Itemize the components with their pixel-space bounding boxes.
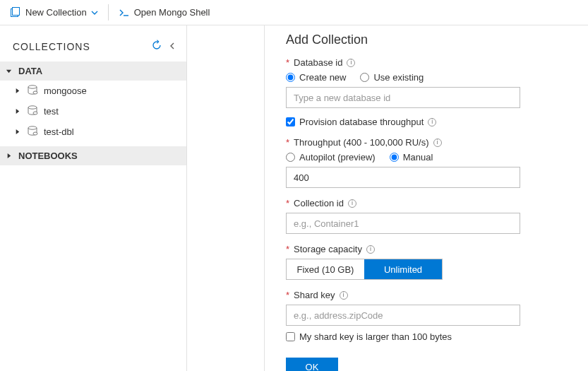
info-icon[interactable]: i bbox=[428, 118, 436, 126]
database-icon bbox=[27, 105, 38, 117]
svg-point-5 bbox=[28, 106, 37, 109]
radio-create-new[interactable]: Create new bbox=[286, 72, 346, 83]
ok-button[interactable]: OK bbox=[286, 358, 338, 371]
throughput-input[interactable] bbox=[286, 167, 520, 188]
content-gap bbox=[187, 25, 265, 371]
collection-id-label: * Collection id i bbox=[286, 198, 571, 208]
top-toolbar: New Collection Open Mongo Shell bbox=[0, 0, 588, 25]
section-notebooks-label: NOTEBOOKS bbox=[18, 151, 78, 161]
collapse-left-icon[interactable] bbox=[165, 40, 179, 54]
collection-icon bbox=[10, 7, 21, 18]
section-data-label: DATA bbox=[18, 66, 42, 76]
collections-title: COLLECTIONS bbox=[13, 41, 148, 52]
svg-point-6 bbox=[33, 112, 37, 114]
section-data[interactable]: DATA bbox=[0, 61, 186, 81]
tree-item-label: test-dbl bbox=[44, 126, 74, 137]
triangle-right-icon bbox=[14, 108, 21, 114]
sidebar-item-test-dbl[interactable]: test-dbl bbox=[0, 122, 186, 142]
open-shell-label: Open Mongo Shell bbox=[134, 7, 210, 18]
shard-key-label: * Shard key i bbox=[286, 290, 571, 300]
open-mongo-shell-button[interactable]: Open Mongo Shell bbox=[109, 0, 220, 25]
collection-id-input[interactable] bbox=[286, 213, 520, 234]
chevron-down-icon bbox=[91, 9, 98, 16]
database-icon bbox=[27, 85, 38, 97]
database-id-label: * Database id i bbox=[286, 57, 571, 68]
tree-item-label: test bbox=[44, 106, 59, 117]
info-icon[interactable]: i bbox=[348, 199, 356, 208]
radio-autopilot[interactable]: Autopilot (preview) bbox=[286, 152, 376, 163]
panel-title: Add Collection bbox=[286, 33, 571, 47]
svg-point-4 bbox=[33, 91, 37, 94]
checkbox-provision-throughput[interactable]: Provision database throughput i bbox=[286, 117, 436, 127]
new-collection-label: New Collection bbox=[25, 7, 87, 18]
section-notebooks[interactable]: NOTEBOOKS bbox=[0, 146, 186, 165]
checkbox-large-shard-key[interactable]: My shard key is larger than 100 bytes bbox=[286, 331, 452, 342]
database-id-input[interactable] bbox=[286, 87, 520, 108]
info-icon[interactable]: i bbox=[340, 291, 348, 300]
shell-icon bbox=[119, 7, 130, 18]
storage-toggle: Fixed (10 GB) Unlimited bbox=[286, 259, 443, 280]
refresh-icon[interactable] bbox=[148, 38, 165, 54]
svg-point-3 bbox=[28, 86, 37, 88]
storage-unlimited-option[interactable]: Unlimited bbox=[364, 259, 442, 279]
throughput-label: * Throughput (400 - 100,000 RU/s) i bbox=[286, 137, 571, 148]
triangle-right-icon bbox=[14, 88, 21, 94]
radio-manual[interactable]: Manual bbox=[390, 152, 433, 163]
new-collection-button[interactable]: New Collection bbox=[0, 0, 108, 25]
info-icon[interactable]: i bbox=[433, 139, 442, 147]
sidebar-item-mongoose[interactable]: mongoose bbox=[0, 81, 186, 101]
triangle-down-icon bbox=[6, 68, 13, 74]
info-icon[interactable]: i bbox=[366, 245, 375, 254]
triangle-right-icon bbox=[6, 153, 13, 159]
radio-use-existing[interactable]: Use existing bbox=[360, 72, 424, 83]
sidebar-item-test[interactable]: test bbox=[0, 101, 186, 122]
sidebar: COLLECTIONS DATA mongoose bbox=[0, 25, 187, 371]
svg-rect-1 bbox=[13, 7, 20, 15]
database-icon bbox=[27, 126, 38, 138]
tree-item-label: mongoose bbox=[44, 86, 87, 96]
storage-capacity-label: * Storage capacity i bbox=[286, 244, 571, 254]
shard-key-input[interactable] bbox=[286, 305, 520, 326]
triangle-right-icon bbox=[14, 129, 21, 135]
add-collection-panel: Add Collection * Database id i Create ne… bbox=[265, 25, 588, 371]
info-icon[interactable]: i bbox=[347, 59, 355, 67]
svg-point-7 bbox=[28, 126, 37, 129]
storage-fixed-option[interactable]: Fixed (10 GB) bbox=[287, 259, 364, 279]
collections-header: COLLECTIONS bbox=[0, 31, 186, 61]
svg-point-8 bbox=[33, 132, 37, 135]
